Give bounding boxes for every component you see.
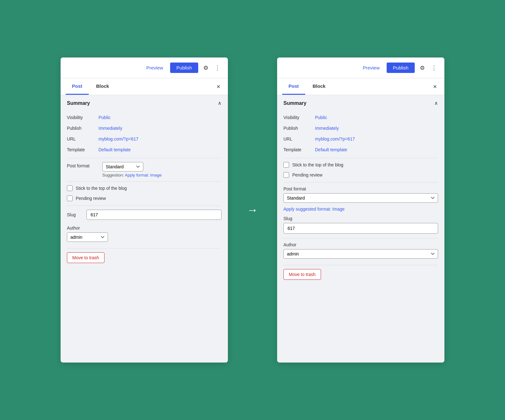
right-visibility-row: Visibility Public bbox=[283, 115, 438, 120]
left-publish-row: Publish Immediately bbox=[67, 126, 222, 131]
left-sidebar: Post Block × Summary ∧ Visibility Public… bbox=[61, 78, 228, 363]
left-chevron-up-icon[interactable]: ∧ bbox=[218, 100, 222, 106]
left-gear-icon[interactable]: ⚙ bbox=[202, 63, 210, 73]
left-close-button[interactable]: × bbox=[214, 82, 223, 92]
right-header: Preview Publish ⚙ ⋮ bbox=[277, 57, 444, 78]
left-divider-2 bbox=[67, 181, 222, 182]
left-preview-button[interactable]: Preview bbox=[143, 63, 166, 72]
left-url-row: URL myblog.com/?p=617 bbox=[67, 136, 222, 141]
left-template-value[interactable]: Default template bbox=[98, 147, 131, 152]
right-pending-checkbox-row: Pending review bbox=[283, 172, 438, 178]
left-author-label: Author bbox=[67, 225, 222, 231]
right-stick-label: Stick to the top of the blog bbox=[292, 162, 343, 167]
right-slug-section: Slug bbox=[283, 216, 438, 234]
left-pending-checkbox[interactable] bbox=[67, 195, 73, 201]
left-publish-label: Publish bbox=[67, 126, 98, 131]
right-visibility-value[interactable]: Public bbox=[315, 115, 327, 120]
right-slug-input[interactable] bbox=[283, 223, 438, 234]
left-pending-checkbox-row: Pending review bbox=[67, 195, 222, 201]
right-author-section: Author admin bbox=[283, 242, 438, 259]
right-url-value[interactable]: myblog.com/?p=617 bbox=[315, 136, 355, 141]
right-stick-checkbox[interactable] bbox=[283, 162, 289, 168]
left-header: Preview Publish ⚙ ⋮ bbox=[61, 57, 228, 78]
right-post-format-section: Post format Standard Image Video Audio G… bbox=[283, 186, 438, 203]
left-panel: Preview Publish ⚙ ⋮ Post Block × Summary… bbox=[61, 57, 228, 363]
right-publish-button[interactable]: Publish bbox=[387, 63, 415, 73]
right-gear-icon[interactable]: ⚙ bbox=[419, 63, 426, 73]
left-dots-icon[interactable]: ⋮ bbox=[213, 63, 222, 73]
left-divider-1 bbox=[67, 158, 222, 158]
left-url-label: URL bbox=[67, 136, 98, 141]
left-divider-4 bbox=[67, 248, 222, 249]
right-template-value[interactable]: Default template bbox=[315, 147, 347, 152]
right-author-label: Author bbox=[283, 242, 438, 247]
right-panel: Preview Publish ⚙ ⋮ Post Block × Summary… bbox=[277, 57, 444, 363]
left-stick-label: Stick to the top of the blog bbox=[76, 186, 127, 191]
right-visibility-label: Visibility bbox=[283, 115, 315, 120]
right-close-button[interactable]: × bbox=[431, 82, 439, 92]
left-suggestion-link[interactable]: Apply format: Image bbox=[125, 173, 162, 177]
right-publish-value[interactable]: Immediately bbox=[315, 126, 339, 131]
left-author-section: Author admin bbox=[67, 225, 222, 242]
right-pending-label: Pending review bbox=[292, 172, 323, 177]
right-template-label: Template bbox=[283, 147, 315, 152]
left-visibility-label: Visibility bbox=[67, 115, 98, 120]
right-divider-3 bbox=[283, 238, 438, 238]
right-summary-title: Summary bbox=[283, 100, 306, 106]
right-divider-4 bbox=[283, 265, 438, 265]
right-template-row: Template Default template bbox=[283, 147, 438, 152]
right-author-select[interactable]: admin bbox=[283, 249, 438, 259]
left-sidebar-tabs: Post Block × bbox=[61, 78, 228, 95]
left-tab-post[interactable]: Post bbox=[66, 78, 89, 95]
left-slug-row: Slug bbox=[67, 210, 222, 220]
right-stick-checkbox-row: Stick to the top of the blog bbox=[283, 162, 438, 168]
left-post-format-label: Post format bbox=[67, 163, 98, 168]
right-url-row: URL myblog.com/?p=617 bbox=[283, 136, 438, 141]
right-divider-1 bbox=[283, 158, 438, 158]
right-slug-label: Slug bbox=[283, 216, 438, 221]
left-template-row: Template Default template bbox=[67, 147, 222, 152]
right-preview-button[interactable]: Preview bbox=[359, 63, 383, 72]
left-summary-title: Summary bbox=[67, 100, 90, 106]
left-stick-checkbox-row: Stick to the top of the blog bbox=[67, 185, 222, 191]
right-sidebar: Post Block × Summary ∧ Visibility Public… bbox=[277, 78, 444, 363]
left-slug-label: Slug bbox=[67, 212, 83, 217]
left-visibility-value[interactable]: Public bbox=[98, 115, 110, 120]
right-divider-2 bbox=[283, 182, 438, 183]
arrow-icon: → bbox=[247, 203, 258, 217]
page-wrapper: Preview Publish ⚙ ⋮ Post Block × Summary… bbox=[61, 57, 444, 363]
right-tab-post[interactable]: Post bbox=[282, 78, 305, 95]
right-publish-label: Publish bbox=[283, 126, 315, 131]
left-slug-input[interactable] bbox=[86, 210, 222, 220]
right-summary-header: Summary ∧ bbox=[283, 100, 438, 109]
right-dots-icon[interactable]: ⋮ bbox=[430, 63, 438, 73]
right-trash-button[interactable]: Move to trash bbox=[283, 269, 321, 280]
left-author-select[interactable]: admin bbox=[67, 232, 108, 242]
right-apply-suggestion-link[interactable]: Apply suggested format: Image bbox=[283, 207, 438, 212]
right-tab-block[interactable]: Block bbox=[306, 78, 332, 95]
right-sidebar-tabs: Post Block × bbox=[277, 78, 444, 95]
left-summary-header: Summary ∧ bbox=[67, 100, 222, 109]
left-tab-block[interactable]: Block bbox=[90, 78, 116, 95]
right-post-format-select[interactable]: Standard Image Video Audio Gallery bbox=[283, 193, 438, 203]
left-sidebar-content: Summary ∧ Visibility Public Publish Imme… bbox=[61, 95, 228, 268]
right-post-format-label: Post format bbox=[283, 186, 438, 191]
left-format-select-inline: Post format Standard Image Video Audio G… bbox=[67, 162, 222, 171]
right-sidebar-content: Summary ∧ Visibility Public Publish Imme… bbox=[277, 95, 444, 285]
left-publish-value[interactable]: Immediately bbox=[98, 126, 122, 131]
left-template-label: Template bbox=[67, 147, 98, 152]
left-url-value[interactable]: myblog.com/?p=617 bbox=[98, 136, 138, 141]
left-stick-checkbox[interactable] bbox=[67, 185, 73, 191]
left-visibility-row: Visibility Public bbox=[67, 115, 222, 120]
right-publish-row: Publish Immediately bbox=[283, 126, 438, 131]
right-chevron-up-icon[interactable]: ∧ bbox=[434, 100, 438, 106]
left-suggestion-text: Suggestion: Apply format: Image bbox=[102, 173, 222, 177]
right-url-label: URL bbox=[283, 136, 315, 141]
left-trash-button[interactable]: Move to trash bbox=[67, 252, 104, 263]
left-suggestion-prefix: Suggestion: bbox=[102, 173, 124, 177]
right-pending-checkbox[interactable] bbox=[283, 172, 289, 178]
left-publish-button[interactable]: Publish bbox=[170, 63, 198, 73]
arrow-indicator: → bbox=[247, 203, 258, 217]
left-post-format-select[interactable]: Standard Image Video Audio Gallery bbox=[102, 162, 143, 171]
left-pending-label: Pending review bbox=[76, 196, 106, 201]
